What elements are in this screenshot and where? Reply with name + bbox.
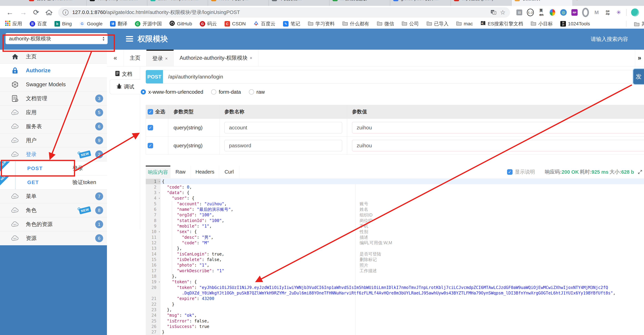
body-type-radio-1[interactable]: [211, 89, 216, 94]
sidebar-item-0[interactable]: 主页: [0, 50, 107, 64]
url-bar[interactable]: i 127.0.0.1:8760/api/gate/doc.html#/auth…: [58, 7, 510, 18]
send-button[interactable]: 发: [633, 69, 644, 84]
bookmark-item[interactable]: G码云: [200, 20, 217, 27]
extension-gitzip-icon[interactable]: GitZip: [604, 9, 611, 16]
sidebar-item-7[interactable]: API登录NEW2: [0, 148, 107, 162]
browser-tab-3[interactable]: Node 中文网…×: [208, 0, 269, 6]
bookmark-item[interactable]: 什么都有: [342, 20, 369, 27]
tab-close-icon[interactable]: ×: [250, 55, 252, 61]
sidebar-item-12[interactable]: API角色的资源1: [0, 217, 107, 231]
browser-tab-6[interactable]: github push 文件夹…×: [390, 0, 451, 6]
response-tab-3[interactable]: Curl: [219, 166, 239, 178]
select-all-checkbox[interactable]: ✓: [148, 109, 153, 114]
sidebar-item-4[interactable]: API应用5: [0, 106, 107, 120]
bookmark-item[interactable]: 已导入: [426, 20, 448, 27]
reload-icon[interactable]: ⟳: [33, 9, 39, 16]
doc-tab-1[interactable]: 登录×: [146, 50, 174, 66]
browser-tab-7[interactable]: …人在线 (push)×: [451, 0, 512, 6]
fullscreen-icon[interactable]: [638, 170, 642, 174]
param-value-input[interactable]: zuihou: [352, 122, 644, 133]
bookmark-item[interactable]: GitHub: [169, 20, 192, 27]
bookmark-item[interactable]: ✎笔记: [283, 20, 300, 27]
bookmark-item[interactable]: mac: [456, 21, 473, 27]
tab-close-icon[interactable]: ×: [445, 0, 448, 2]
bookmark-item[interactable]: 百度云: [253, 20, 276, 27]
sidebar-item-3[interactable]: 文档管理3: [0, 92, 107, 106]
bookmark-item[interactable]: 公司: [402, 20, 419, 27]
browser-tab-5[interactable]: …教程先进版×: [330, 0, 390, 6]
browser-tab-0[interactable]: 首页 登录/92.36…×: [26, 0, 86, 6]
sidebar-item-10[interactable]: API菜单7: [0, 190, 107, 204]
tab-close-icon[interactable]: ×: [324, 0, 326, 2]
doc-tab-2[interactable]: Authorize-authority-权限模块×: [174, 50, 258, 66]
subnav-doc[interactable]: 文档: [107, 69, 140, 79]
fold-caret-icon[interactable]: ▾: [159, 280, 160, 283]
tab-close-icon[interactable]: ×: [506, 0, 508, 2]
tabs-expand-button[interactable]: »: [635, 50, 644, 66]
fold-caret-icon[interactable]: ▾: [159, 230, 160, 233]
body-type-radio-0[interactable]: [141, 89, 146, 94]
tab-close-icon[interactable]: ×: [142, 0, 144, 2]
translate-icon[interactable]: G文: [490, 9, 496, 16]
extension-globe-icon[interactable]: ◍: [560, 9, 567, 16]
profile-avatar[interactable]: [631, 8, 639, 16]
extension-colorwheel-icon[interactable]: [549, 9, 556, 16]
param-name-input[interactable]: account: [224, 122, 342, 133]
sidebar-item-6[interactable]: API用户9: [0, 134, 107, 148]
bookmark-item[interactable]: 应用: [5, 20, 22, 27]
sidebar-item-5[interactable]: API服务表6: [0, 120, 107, 134]
bookmark-item[interactable]: WES搜索引擎文档: [480, 20, 523, 27]
bookmark-item[interactable]: 学习资料: [308, 20, 335, 27]
param-value-input[interactable]: zuihou: [352, 140, 644, 151]
param-checkbox[interactable]: ✓: [148, 143, 153, 148]
extension-mshield-icon[interactable]: M: [593, 9, 600, 16]
extension-braces-icon[interactable]: {…}: [527, 9, 534, 16]
extension-en-icon[interactable]: 英en: [538, 9, 545, 16]
sidebar-item-2[interactable]: Swagger Models: [0, 78, 107, 92]
extension-aster-icon[interactable]: ✳: [615, 9, 622, 16]
request-path[interactable]: /api/authority/anno/login: [163, 70, 634, 84]
sidebar-item-1[interactable]: Authorize: [0, 64, 107, 78]
tab-close-icon[interactable]: ×: [263, 0, 266, 2]
bookmark-item[interactable]: CCSDN: [224, 21, 246, 26]
bookmark-star-icon[interactable]: ☆: [500, 9, 506, 16]
body-type-radio-2[interactable]: [249, 89, 254, 94]
tab-close-icon[interactable]: ×: [81, 0, 83, 2]
bookmark-item[interactable]: C开源中国: [135, 20, 162, 27]
extension-ring-icon[interactable]: [582, 9, 589, 16]
forward-icon[interactable]: →: [20, 9, 27, 16]
tabs-collapse-button[interactable]: «: [107, 50, 124, 66]
bookmark-other[interactable]: 其: [634, 20, 644, 27]
header-search-input[interactable]: 请输入搜索内容: [591, 36, 628, 43]
extension-page-icon[interactable]: ▤: [516, 9, 523, 16]
sidebar-endpoint-post[interactable]: NEWPOST登录: [0, 162, 107, 176]
page-info-icon[interactable]: i: [62, 10, 68, 15]
tab-close-icon[interactable]: ×: [384, 0, 387, 2]
bookmark-item[interactable]: 百百度: [30, 20, 47, 27]
sidebar-item-13[interactable]: API资源6: [0, 231, 107, 245]
bookmark-item[interactable]: GGoogle: [79, 21, 102, 26]
sidebar-endpoint-get[interactable]: NEWGET验证token: [0, 176, 107, 190]
response-tab-1[interactable]: Raw: [170, 166, 191, 178]
doc-tab-0[interactable]: 主页: [124, 50, 146, 66]
fold-caret-icon[interactable]: ▾: [159, 197, 160, 200]
tab-close-icon[interactable]: ×: [566, 0, 569, 2]
new-tab-button[interactable]: +: [572, 0, 582, 6]
param-name-input[interactable]: password: [224, 140, 342, 151]
bookmark-item[interactable]: 译翻译: [110, 20, 127, 27]
back-icon[interactable]: ←: [6, 9, 14, 16]
bookmark-item[interactable]: 10241024Tools: [560, 21, 590, 26]
home-icon[interactable]: [45, 9, 52, 16]
show-desc-checkbox[interactable]: ✓: [507, 169, 512, 175]
tab-close-icon[interactable]: ×: [202, 0, 205, 2]
fold-caret-icon[interactable]: ▾: [159, 180, 160, 183]
response-json-editor[interactable]: 1▾{2 "code": 0,3▾ "data": {4▾ "user": {5…: [146, 179, 644, 335]
bookmark-item[interactable]: bBing: [54, 21, 72, 26]
extension-rp-icon[interactable]: RP: [571, 9, 578, 16]
subnav-debug[interactable]: 调试: [110, 79, 140, 94]
response-tab-2[interactable]: Headers: [191, 166, 219, 178]
bookmark-item[interactable]: 小目标: [531, 20, 553, 27]
browser-tab-8[interactable]: 权限模块×: [512, 0, 572, 6]
browser-tab-2[interactable]: Zuul - Jumpserver…×: [147, 0, 208, 6]
fold-caret-icon[interactable]: ▾: [159, 191, 160, 194]
